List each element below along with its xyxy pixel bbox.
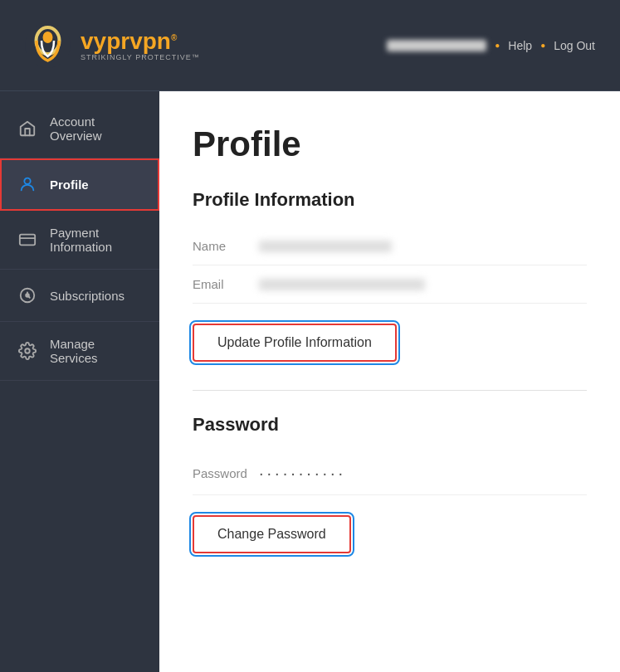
sidebar-label-payment: PaymentInformation xyxy=(50,226,112,254)
header-username xyxy=(387,40,486,51)
password-field-row: Password ··········· xyxy=(193,452,587,495)
sidebar-label-account-overview: AccountOverview xyxy=(50,114,102,143)
section-divider xyxy=(193,390,587,391)
logo: vyprvpn® STRIKINGLY PROTECTIVE™ xyxy=(25,22,200,68)
main-layout: AccountOverview Profile PaymentInformati… xyxy=(0,91,620,672)
email-field-row: Email xyxy=(193,265,587,304)
logo-brand: vyprvpn® xyxy=(81,30,200,53)
name-field-row: Name xyxy=(193,227,587,265)
sidebar-item-payment[interactable]: PaymentInformation xyxy=(0,211,159,270)
update-profile-button[interactable]: Update Profile Information xyxy=(193,324,397,362)
page-title: Profile xyxy=(193,124,587,164)
sidebar-item-account-overview[interactable]: AccountOverview xyxy=(0,100,159,158)
svg-point-2 xyxy=(43,32,53,43)
svg-point-3 xyxy=(24,178,30,184)
password-section-title: Password xyxy=(193,414,587,436)
profile-section-title: Profile Information xyxy=(193,189,587,211)
svg-rect-4 xyxy=(20,235,35,246)
name-label: Name xyxy=(193,239,259,253)
brand-white: vypr xyxy=(81,28,129,54)
card-icon xyxy=(17,229,38,251)
logo-icon xyxy=(25,22,71,68)
content: Profile Profile Information Name Email U… xyxy=(159,91,620,672)
help-link[interactable]: Help xyxy=(508,39,532,52)
brand-orange: vpn xyxy=(129,28,171,54)
logo-tagline: STRIKINGLY PROTECTIVE™ xyxy=(81,53,200,61)
change-password-button[interactable]: Change Password xyxy=(193,515,351,553)
svg-point-7 xyxy=(26,294,29,297)
name-value xyxy=(259,241,392,252)
password-dots: ··········· xyxy=(259,464,346,483)
sidebar-item-subscriptions[interactable]: Subscriptions xyxy=(0,270,159,322)
sidebar-item-profile[interactable]: Profile xyxy=(0,158,159,211)
header: vyprvpn® STRIKINGLY PROTECTIVE™ ● Help ●… xyxy=(0,0,620,91)
sidebar-label-subscriptions: Subscriptions xyxy=(50,289,124,303)
email-label: Email xyxy=(193,277,259,291)
sidebar-item-manage-services[interactable]: ManageServices xyxy=(0,322,159,381)
header-right: ● Help ● Log Out xyxy=(387,39,595,52)
home-icon xyxy=(17,118,38,139)
email-value xyxy=(259,279,425,290)
profile-icon xyxy=(17,173,38,195)
header-dot2: ● xyxy=(540,41,545,50)
header-dot: ● xyxy=(495,41,500,50)
sidebar-label-profile: Profile xyxy=(50,178,89,192)
logo-text: vyprvpn® STRIKINGLY PROTECTIVE™ xyxy=(81,30,200,61)
svg-point-8 xyxy=(25,348,30,353)
subscriptions-icon xyxy=(17,285,38,306)
password-label: Password xyxy=(193,466,259,480)
gear-icon xyxy=(17,340,38,362)
sidebar-label-manage-services: ManageServices xyxy=(50,337,98,365)
sidebar: AccountOverview Profile PaymentInformati… xyxy=(0,91,159,672)
logout-link[interactable]: Log Out xyxy=(554,39,595,52)
